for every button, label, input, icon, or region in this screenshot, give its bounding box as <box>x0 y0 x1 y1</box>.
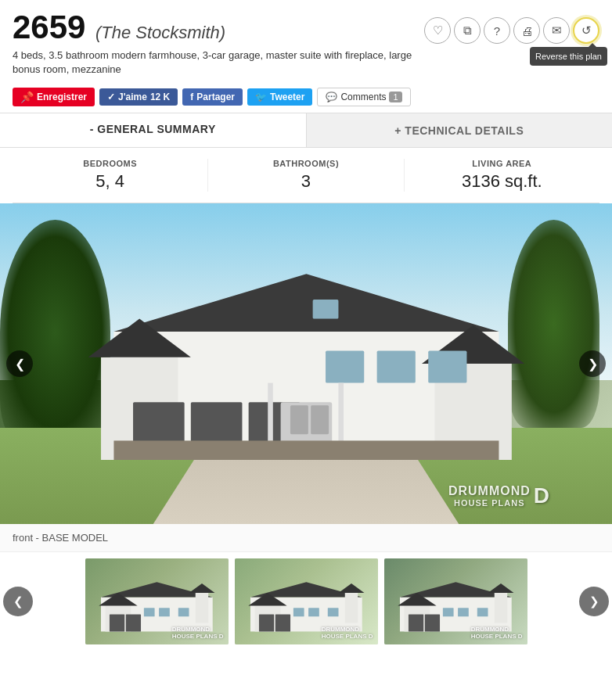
email-button[interactable]: ✉ <box>543 17 570 44</box>
share-button[interactable]: f Partager <box>182 88 243 106</box>
pinterest-button[interactable]: 📌 Enregistrer <box>13 88 95 106</box>
svg-rect-47 <box>443 608 454 617</box>
spec-living-area-value: 3136 sq.ft. <box>405 171 599 192</box>
house-scene: DRUMMOND HOUSE PLANS D <box>0 203 612 524</box>
comments-count: 1 <box>389 92 401 102</box>
tweet-icon: 🐦 <box>255 92 267 102</box>
spec-bathrooms: BATHROOM(S) 3 <box>207 159 403 192</box>
reverse-button[interactable]: ↺ <box>573 17 599 44</box>
plan-number: 2659 <box>13 9 85 45</box>
plan-description: 4 beds, 3.5 bathroom modern farmhouse, 3… <box>13 48 424 77</box>
svg-rect-23 <box>110 615 124 632</box>
svg-rect-26 <box>159 608 170 617</box>
svg-rect-36 <box>293 608 304 617</box>
like-button[interactable]: ✓ J'aime 12 K <box>99 88 178 106</box>
svg-rect-48 <box>458 608 469 617</box>
svg-marker-29 <box>189 583 214 593</box>
title-block: 2659 (The Stocksmith) 4 beds, 3.5 bathro… <box>13 11 424 77</box>
svg-rect-14 <box>290 406 308 435</box>
house-svg <box>49 267 563 460</box>
tab-general[interactable]: - GENERAL SUMMARY <box>0 113 306 147</box>
like-label: J'aime <box>118 92 147 102</box>
svg-rect-34 <box>259 615 274 632</box>
drummond-logo: DRUMMOND HOUSE PLANS D <box>448 483 549 508</box>
thumbnails-next-button[interactable]: ❯ <box>579 587 609 616</box>
thumb-bg-1: DRUMMONDHOUSE PLANS D <box>85 558 229 644</box>
print-button[interactable]: 🖨 <box>513 17 540 44</box>
thumb-logo-3: DRUMMONDHOUSE PLANS D <box>471 626 523 640</box>
icon-bar: ♡ ⧉ ? 🖨 ✉ ↺ Reverse this plan <box>424 17 599 44</box>
svg-rect-35 <box>275 615 290 632</box>
spec-living-area: LIVING AREA 3136 sq.ft. <box>404 159 599 192</box>
spec-bedrooms-label: BEDROOMS <box>13 159 207 168</box>
svg-rect-49 <box>477 608 488 617</box>
plan-name: (The Stocksmith) <box>95 23 225 42</box>
share-icon: f <box>190 92 193 102</box>
prev-image-button[interactable]: ❮ <box>6 350 33 377</box>
reverse-tooltip: Reverse this plan <box>530 47 607 66</box>
tweet-button[interactable]: 🐦 Tweeter <box>247 88 312 106</box>
spec-bathrooms-label: BATHROOM(S) <box>208 159 403 168</box>
comments-button[interactable]: 💬 Comments 1 <box>317 88 410 106</box>
svg-marker-1 <box>113 275 499 332</box>
share-label: Partager <box>196 92 235 102</box>
thumb-bg-3: DRUMMONDHOUSE PLANS D <box>384 558 527 644</box>
thumb-logo-2: DRUMMONDHOUSE PLANS D <box>322 626 373 640</box>
svg-rect-28 <box>195 593 207 623</box>
pinterest-icon: 📌 <box>20 91 34 103</box>
svg-rect-50 <box>494 593 506 623</box>
next-image-button[interactable]: ❯ <box>579 350 606 377</box>
svg-rect-27 <box>178 608 189 617</box>
svg-rect-24 <box>125 615 140 632</box>
reverse-wrapper: ↺ Reverse this plan <box>573 17 599 44</box>
thumbnails-row: ❮ DRUMMONDHOUSE PLANS D <box>0 552 612 651</box>
help-button[interactable]: ? <box>484 17 510 44</box>
tabs-bar: - GENERAL SUMMARY + TECHNICAL DETAILS <box>0 113 612 148</box>
tweet-label: Tweeter <box>270 92 304 102</box>
svg-rect-37 <box>308 608 319 617</box>
thumbnail-2[interactable]: DRUMMONDHOUSE PLANS D <box>235 558 378 644</box>
comments-icon: 💬 <box>326 92 337 102</box>
social-bar: 📌 Enregistrer ✓ J'aime 12 K f Partager 🐦… <box>0 81 612 113</box>
thumbnail-1[interactable]: DRUMMONDHOUSE PLANS D <box>85 558 229 644</box>
svg-rect-25 <box>144 608 155 617</box>
svg-rect-45 <box>409 615 423 632</box>
specs-row: BEDROOMS 5, 4 BATHROOM(S) 3 LIVING AREA … <box>13 148 599 203</box>
thumb-bg-2: DRUMMONDHOUSE PLANS D <box>235 558 378 644</box>
spec-living-area-label: LIVING AREA <box>405 159 599 168</box>
thumb-logo-1: DRUMMONDHOUSE PLANS D <box>172 626 224 640</box>
svg-rect-46 <box>424 615 439 632</box>
thumbnails-prev-button[interactable]: ❮ <box>3 587 33 616</box>
like-checkmark: ✓ <box>107 92 115 102</box>
spec-bedrooms-value: 5, 4 <box>13 171 207 192</box>
thumbnails-list: DRUMMONDHOUSE PLANS D DRUMMON <box>36 558 576 644</box>
spec-bedrooms: BEDROOMS 5, 4 <box>13 159 207 192</box>
svg-rect-12 <box>428 351 466 383</box>
svg-rect-39 <box>344 593 357 623</box>
main-image: DRUMMOND HOUSE PLANS D ❮ ❯ <box>0 203 612 524</box>
svg-marker-40 <box>338 583 364 593</box>
svg-rect-9 <box>312 300 338 319</box>
image-caption: front - BASE MODEL <box>0 524 612 552</box>
svg-rect-15 <box>311 406 329 435</box>
svg-rect-18 <box>113 441 499 461</box>
copy-button[interactable]: ⧉ <box>454 17 481 44</box>
heart-button[interactable]: ♡ <box>424 17 451 44</box>
spec-bathrooms-value: 3 <box>208 171 403 192</box>
svg-rect-10 <box>326 351 364 383</box>
svg-rect-11 <box>376 351 415 383</box>
like-count: 12 K <box>150 92 170 102</box>
tab-technical[interactable]: + TECHNICAL DETAILS <box>307 113 613 147</box>
main-image-container: DRUMMOND HOUSE PLANS D ❮ ❯ <box>0 203 612 524</box>
header: 2659 (The Stocksmith) 4 beds, 3.5 bathro… <box>0 0 612 81</box>
thumbnail-3[interactable]: DRUMMONDHOUSE PLANS D <box>384 558 527 644</box>
svg-marker-51 <box>488 583 513 593</box>
pinterest-label: Enregistrer <box>37 92 87 102</box>
svg-rect-38 <box>327 608 338 617</box>
comments-label: Comments <box>340 92 386 102</box>
